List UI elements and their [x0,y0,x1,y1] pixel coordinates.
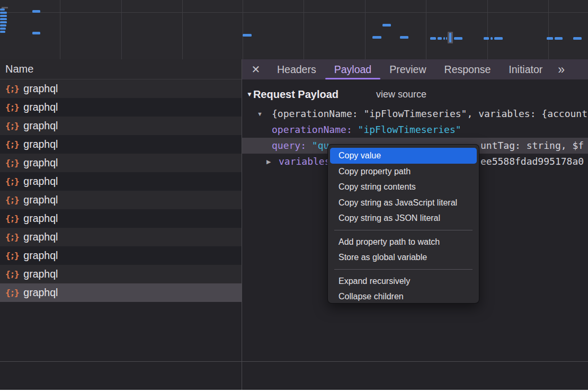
property-key: variables [279,156,331,167]
request-name-label: graphql [23,287,58,299]
overview-gridline [243,0,243,59]
json-braces-icon: {;} [5,232,19,242]
request-name-label: graphql [23,101,58,113]
tab-initiator[interactable]: Initiator [500,59,551,79]
payload-row-operationName[interactable]: operationName: "ipFlowTimeseries" [242,122,588,138]
property-value: "ipFlowTimeseries" [358,124,461,135]
request-row[interactable]: {;}graphql [0,191,242,209]
menu-separator [334,269,473,270]
request-rows: {;}graphql{;}graphql{;}graphql{;}graphql… [0,79,242,302]
timeline-request-bar [32,32,40,34]
overview-ruler-line [0,12,588,13]
chevron-down-icon[interactable]: ▼ [257,106,263,122]
section-collapse-icon[interactable]: ▼ [246,91,253,98]
json-braces-icon: {;} [5,139,19,149]
tabs: HeadersPayloadPreviewResponseInitiator [268,59,551,79]
json-braces-icon: {;} [5,102,19,112]
request-row[interactable]: {;}graphql [0,228,242,246]
timeline-request-bar [454,37,462,40]
overview-gridline [487,0,488,59]
request-name-label: graphql [23,138,58,150]
timeline-request-bar [243,34,252,37]
json-braces-icon: {;} [5,269,19,279]
tab-headers[interactable]: Headers [268,59,325,79]
request-row[interactable]: {;}graphql [0,79,242,98]
json-braces-icon: {;} [5,84,19,94]
chevron-right-icon[interactable]: ▶ [266,154,271,170]
close-icon[interactable]: ✕ [251,63,261,76]
timeline-request-bar [400,36,408,39]
view-source-link[interactable]: view source [376,89,426,100]
timeline-request-bar [446,37,447,40]
page-edge [0,390,588,392]
property-value: "qu [312,140,329,151]
timeline-request-bar [0,24,6,26]
name-column-label: Name [5,63,33,75]
payload-root-preview: {operationName: "ipFlowTimeseries", vari… [272,106,587,122]
context-menu-item-collapse-children[interactable]: Collapse children [330,289,477,305]
overview-gridline [60,0,60,59]
request-name-label: graphql [23,157,58,169]
query-value-overflow: untTag: string, $f [480,138,584,154]
overview-gridline [121,0,122,59]
overview-gridline [548,0,549,59]
overview-selected-request-marker[interactable] [448,32,453,43]
payload-root-row[interactable]: ▼ {operationName: "ipFlowTimeseries", va… [242,106,588,122]
timeline-request-bar [491,37,493,40]
footer-divider [0,361,588,362]
timeline-request-bar [0,15,7,17]
timeline-request-bar [0,12,7,14]
request-name-label: graphql [23,231,58,243]
menu-separator [334,230,473,230]
context-menu-item-copy-string-as-javascript-literal[interactable]: Copy string as JavaScript literal [330,195,477,211]
json-braces-icon: {;} [5,158,19,168]
timeline-request-bar [443,37,445,40]
tab-preview[interactable]: Preview [380,59,435,79]
json-braces-icon: {;} [5,121,19,131]
timeline-request-bar [484,37,489,40]
request-row[interactable]: {;}graphql [0,209,242,228]
context-menu-item-copy-string-contents[interactable]: Copy string contents [330,179,477,195]
request-row[interactable]: {;}graphql [0,98,242,117]
request-row[interactable]: {;}graphql [0,172,242,191]
devtools-network-panel: Name {;}graphql{;}graphql{;}graphql{;}gr… [0,0,588,392]
timeline-request-bar [0,18,7,20]
json-braces-icon: {;} [5,176,19,186]
timeline-request-bar [547,37,553,40]
tab-response[interactable]: Response [435,59,500,79]
request-payload-section-header[interactable]: ▼ Request Payload [246,86,338,103]
timeline-request-bar [438,37,442,40]
context-menu-item-add-property-path-to-watch[interactable]: Add property path to watch [330,234,477,250]
property-key: query: [272,140,312,151]
panel-divider[interactable] [242,59,242,390]
context-menu-item-store-as-global-variable[interactable]: Store as global variable [330,250,477,265]
context-menu-item-copy-property-path[interactable]: Copy property path [330,164,477,180]
name-column-header[interactable]: Name [0,59,242,79]
tab-payload[interactable]: Payload [325,59,380,79]
overview-selected-tick [449,33,451,42]
request-row[interactable]: {;}graphql [0,265,242,283]
timeline-request-bar [430,37,436,40]
timeline-request-bar [372,36,381,39]
property-key: operationName: [272,124,358,135]
request-row[interactable]: {;}graphql [0,117,242,135]
request-name-label: graphql [23,212,58,225]
request-row[interactable]: {;}graphql [0,135,242,154]
context-menu-item-expand-recursively[interactable]: Expand recursively [330,273,477,289]
overview-gridline [426,0,426,59]
timeline-request-bar [0,21,7,23]
context-menu-item-copy-string-as-json-literal[interactable]: Copy string as JSON literal [330,210,477,226]
request-list-panel: Name {;}graphql{;}graphql{;}graphql{;}gr… [0,59,242,392]
context-menu-item-copy-value[interactable]: Copy value [330,148,477,164]
more-tabs-icon[interactable]: » [558,63,564,77]
request-row[interactable]: {;}graphql [0,154,242,172]
timeline-request-bar [555,37,563,40]
request-row[interactable]: {;}graphql [0,283,242,302]
request-row[interactable]: {;}graphql [0,246,242,265]
request-name-label: graphql [23,194,58,206]
json-braces-icon: {;} [5,288,19,298]
network-overview-timeline[interactable] [0,0,588,59]
json-braces-icon: {;} [5,195,19,205]
timeline-request-bar [0,8,5,11]
request-name-label: graphql [23,120,58,132]
